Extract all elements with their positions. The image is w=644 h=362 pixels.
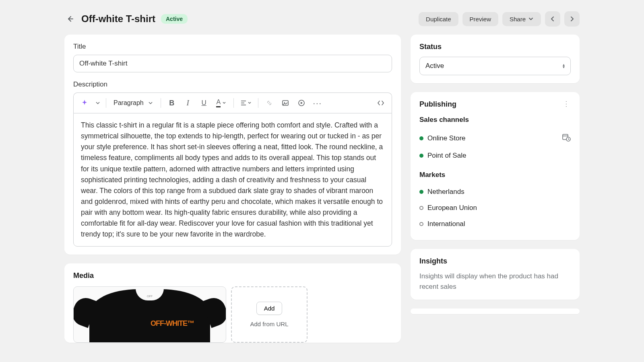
toolbar-separator [258,98,258,108]
underline-button[interactable]: U [197,96,211,110]
sales-channels-label: Sales channels [419,116,571,124]
preview-button[interactable]: Preview [462,12,498,26]
bold-button[interactable]: B [165,96,179,110]
media-add-zone[interactable]: Add Add from URL [231,286,308,343]
ellipsis-icon: ··· [313,99,322,108]
share-button[interactable]: Share [502,12,541,26]
insights-card: Insights Insights will display when the … [411,249,580,300]
bold-icon: B [169,99,174,107]
chevron-right-icon [569,16,575,22]
back-button[interactable] [64,13,76,25]
ai-dropdown[interactable] [94,96,102,110]
status-label: Status [419,43,571,51]
market-netherlands: Netherlands [419,184,571,200]
publishing-card: Publishing ··· Sales channels Online Sto… [411,92,580,240]
toolbar-separator [106,98,106,108]
status-dot-icon [419,136,423,140]
page-title: Off-white T-shirt [81,13,155,25]
ellipsis-vertical-icon: ··· [564,101,570,108]
status-card: Status Active ▴▾ [411,35,580,83]
status-value: Active [425,62,444,70]
image-icon [282,99,289,107]
add-from-url-link[interactable]: Add from URL [250,321,288,327]
link-button[interactable] [262,96,276,110]
status-dot-icon [419,206,423,210]
chevron-down-icon [222,101,226,105]
more-button[interactable]: ··· [311,96,324,110]
chevron-down-icon [528,16,534,22]
channel-point-of-sale: Point of Sale [419,148,571,164]
status-dot-icon [419,154,423,158]
description-editor[interactable]: This classic t-shirt in a regular fit is… [73,113,392,247]
status-dot-icon [419,190,423,194]
publishing-menu-button[interactable]: ··· [563,101,571,108]
editor-toolbar: Paragraph B I U A [73,93,392,113]
paragraph-label: Paragraph [114,99,144,107]
updown-icon: ▴▾ [563,64,565,68]
code-view-button[interactable] [374,96,388,110]
toolbar-separator [161,98,161,108]
title-input[interactable] [73,55,392,72]
italic-icon: I [187,99,189,107]
media-card: Media OFF OFF-WHITE™ Add Add from URL [64,263,401,343]
share-label: Share [510,16,526,23]
align-button[interactable] [238,96,254,110]
channel-name: Point of Sale [427,152,466,160]
next-card [411,309,580,314]
italic-button[interactable]: I [181,96,195,110]
channel-name: Online Store [427,134,466,142]
description-label: Description [73,80,392,88]
media-thumbnail[interactable]: OFF OFF-WHITE™ [73,286,226,343]
market-international: International [419,216,571,232]
duplicate-button[interactable]: Duplicate [419,12,458,26]
chevron-down-icon [95,101,100,105]
align-icon [240,100,247,106]
toolbar-separator [233,98,234,108]
sparkle-icon [81,99,88,107]
status-badge: Active [161,14,188,24]
status-dot-icon [419,222,423,226]
svg-point-5 [284,102,285,103]
title-label: Title [73,43,392,51]
publishing-label: Publishing [419,100,456,109]
add-media-button[interactable]: Add [256,302,283,315]
market-name: Netherlands [427,188,464,196]
schedule-button[interactable] [562,133,571,144]
prev-button[interactable] [545,11,560,27]
text-color-icon: A [216,99,221,107]
market-european-union: European Union [419,200,571,216]
underline-icon: U [202,99,206,107]
chevron-left-icon [550,16,555,22]
video-button[interactable] [295,96,308,110]
market-name: International [427,220,465,228]
market-name: European Union [427,204,477,212]
insights-text: Insights will display when the product h… [419,271,571,292]
calendar-clock-icon [562,133,571,142]
chevron-down-icon [148,100,153,106]
ai-magic-button[interactable] [78,96,91,110]
product-image: OFF OFF-WHITE™ [89,289,210,343]
image-button[interactable] [279,96,292,110]
video-icon [298,99,305,107]
insights-label: Insights [419,257,571,265]
text-color-button[interactable]: A [213,96,229,110]
channel-online-store: Online Store [419,129,571,148]
title-description-card: Title Description Paragraph B I U [64,35,401,255]
status-select[interactable]: Active ▴▾ [419,57,571,75]
next-button[interactable] [564,11,580,27]
link-icon [266,99,273,107]
media-label: Media [73,272,392,280]
code-icon [377,99,385,107]
chevron-down-icon [248,101,252,105]
markets-label: Markets [419,171,571,179]
paragraph-style-select[interactable]: Paragraph [110,97,157,109]
